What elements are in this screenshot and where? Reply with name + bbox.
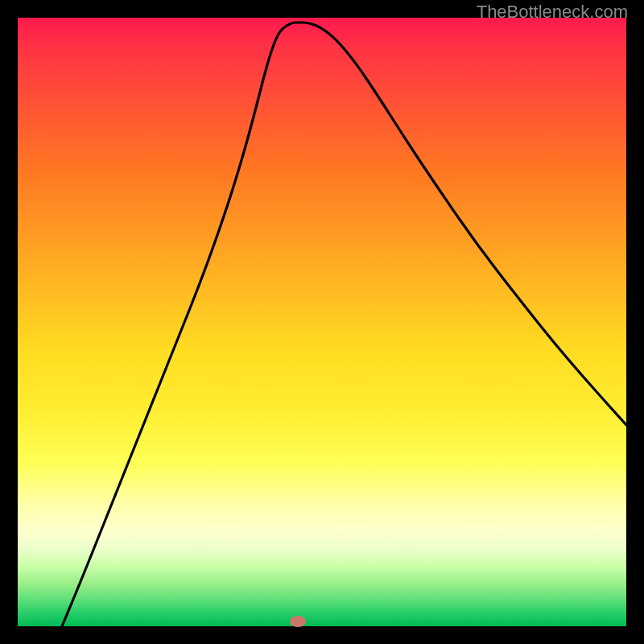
minimum-marker — [290, 616, 306, 627]
chart-plot-area — [18, 18, 626, 626]
curve-svg — [18, 18, 626, 626]
watermark-text: TheBottleneck.com — [477, 2, 628, 23]
bottleneck-curve-line — [62, 23, 626, 626]
